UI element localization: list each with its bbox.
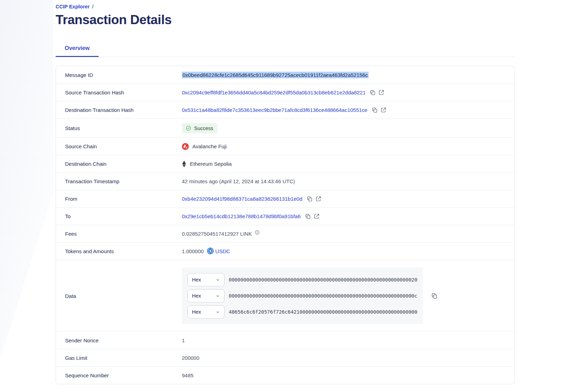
row-label: Fees <box>56 231 182 237</box>
row-label: Data <box>56 293 182 299</box>
data-format-value: Hex <box>192 309 201 315</box>
row-label: Gas Limit <box>56 355 182 361</box>
row-label: Message ID <box>56 72 182 78</box>
tab-bar: Overview <box>56 42 515 57</box>
data-hex-line-2: 0000000000000000000000000000000000000000… <box>229 293 417 299</box>
data-line: Hex 000000000000000000000000000000000000… <box>187 273 417 286</box>
chevron-down-icon <box>215 294 220 298</box>
breadcrumb-separator: / <box>92 4 93 9</box>
gas-limit-value: 200000 <box>182 355 199 361</box>
chevron-down-icon <box>215 310 220 314</box>
row-status: Status Success <box>56 119 514 137</box>
destination-chain-name: Ethereum Sepolia <box>190 161 232 167</box>
source-tx-hash-link[interactable]: 0xc2094c9eff8fdf1e3656dd40a5c84bd259e2df… <box>182 90 365 95</box>
status-badge: Success <box>182 123 218 133</box>
copy-icon[interactable] <box>431 293 438 299</box>
page-title: Transaction Details <box>56 13 515 27</box>
from-address-link[interactable]: 0xb4e232094d41f98d88371ca8a8236266131b1e… <box>182 196 303 202</box>
data-hex-box: Hex 000000000000000000000000000000000000… <box>182 268 423 324</box>
row-label: Source Transaction Hash <box>56 90 182 95</box>
row-label: Destination Transaction Hash <box>56 107 182 113</box>
row-label: Sequence Number <box>56 372 182 378</box>
copy-icon[interactable] <box>305 213 311 219</box>
row-label: Status <box>56 125 182 131</box>
row-label: Transaction Timestamp <box>56 178 182 184</box>
row-label: From <box>56 196 182 202</box>
token-amount: 1.000000 <box>182 248 204 254</box>
fees-value: 0.028527504517412927 LINK <box>182 231 252 237</box>
data-format-value: Hex <box>192 277 201 283</box>
copy-icon[interactable] <box>370 90 376 95</box>
row-destination-chain: Destination Chain Ethereum Sepolia <box>56 155 514 172</box>
chevron-down-icon <box>215 278 220 282</box>
dest-tx-hash-link[interactable]: 0x531c1a48ba82f8de7c353613eec9b2bbe71afc… <box>182 107 368 113</box>
row-label: Source Chain <box>56 143 182 149</box>
external-link-icon[interactable] <box>378 90 384 95</box>
row-gas-limit: Gas Limit 200000 <box>56 349 514 366</box>
row-tokens-and-amounts: Tokens and Amounts 1.000000 $ USDC <box>56 242 514 260</box>
data-format-select[interactable]: Hex <box>187 273 225 286</box>
row-message-id: Message ID 0x0beed86228cfe1c2685d645c911… <box>56 66 514 84</box>
info-icon[interactable] <box>255 230 260 235</box>
token-symbol-link[interactable]: USDC <box>215 248 230 254</box>
background-decoration <box>0 0 53 371</box>
svg-text:$: $ <box>209 249 212 252</box>
external-link-icon[interactable] <box>381 107 386 113</box>
breadcrumb: CCIP Explorer/ <box>56 0 515 10</box>
check-circle-icon <box>185 125 191 131</box>
row-data: Data Hex 0000000000000000000000000000000… <box>56 260 514 332</box>
row-source-transaction-hash: Source Transaction Hash 0xc2094c9eff8fdf… <box>56 84 514 101</box>
row-label: To <box>56 213 182 219</box>
data-format-select[interactable]: Hex <box>187 289 225 302</box>
row-sequence-number: Sequence Number 9485 <box>56 366 514 384</box>
copy-icon[interactable] <box>372 107 378 113</box>
row-source-chain: Source Chain Avalanche Fuji <box>56 137 514 155</box>
breadcrumb-ccip-explorer-link[interactable]: CCIP Explorer <box>56 4 90 9</box>
usdc-logo-icon: $ <box>207 248 214 255</box>
tab-overview[interactable]: Overview <box>56 42 99 57</box>
transaction-details-card: Message ID 0x0beed86228cfe1c2685d645c911… <box>56 66 515 384</box>
data-line: Hex 48656c6c6f20576f726c6421000000000000… <box>187 305 417 319</box>
data-hex-line-3: 48656c6c6f20576f726c64210000000000000000… <box>229 309 417 315</box>
avalanche-logo-icon <box>182 143 189 150</box>
row-from: From 0xb4e232094d41f98d88371ca8a82362661… <box>56 190 514 207</box>
status-text: Success <box>194 126 213 131</box>
sender-nonce-value: 1 <box>182 337 185 343</box>
row-label: Sender Nonce <box>56 337 182 343</box>
sequence-number-value: 9485 <box>182 372 193 378</box>
to-address-link[interactable]: 0x29e1cb5eb14cdb12138e788b1478d9bf0a91bf… <box>182 213 301 219</box>
row-sender-nonce: Sender Nonce 1 <box>56 332 514 349</box>
row-destination-transaction-hash: Destination Transaction Hash 0x531c1a48b… <box>56 101 514 119</box>
source-chain-name: Avalanche Fuji <box>192 143 227 149</box>
external-link-icon[interactable] <box>315 196 321 202</box>
row-fees: Fees 0.028527504517412927 LINK <box>56 225 514 242</box>
data-format-value: Hex <box>192 293 201 299</box>
external-link-icon[interactable] <box>314 213 320 219</box>
ethereum-logo-icon <box>182 161 186 168</box>
row-label: Destination Chain <box>56 161 182 167</box>
data-hex-line-1: 0000000000000000000000000000000000000000… <box>229 277 417 283</box>
data-format-select[interactable]: Hex <box>187 305 225 319</box>
row-transaction-timestamp: Transaction Timestamp 42 minutes ago (Ap… <box>56 172 514 190</box>
transaction-details-page: CCIP Explorer/ Transaction Details Overv… <box>56 0 515 384</box>
data-line: Hex 000000000000000000000000000000000000… <box>187 289 417 302</box>
timestamp-value: 42 minutes ago (April 12, 2024 at 14:43:… <box>182 178 295 184</box>
row-to: To 0x29e1cb5eb14cdb12138e788b1478d9bf0a9… <box>56 207 514 225</box>
message-id-value: 0x0beed86228cfe1c2685d645c911689b92725ac… <box>182 72 369 78</box>
copy-icon[interactable] <box>307 196 313 202</box>
row-label: Tokens and Amounts <box>56 248 182 254</box>
